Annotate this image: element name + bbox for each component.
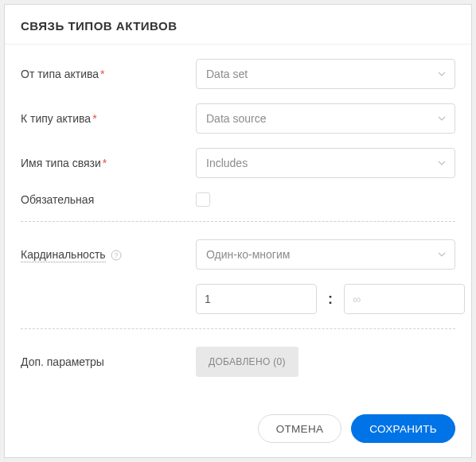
svg-text:?: ? (114, 251, 118, 259)
row-link-name: Имя типа связи* Includes (21, 148, 455, 178)
chevron-down-icon (437, 250, 447, 259)
row-cardinality: Кардинальность ? Один-ко-многим (21, 239, 455, 270)
dialog: СВЯЗЬ ТИПОВ АКТИВОВ От типа актива* Data… (4, 4, 472, 458)
label-cardinality-text: Кардинальность (21, 248, 106, 262)
label-to-type: К типу актива* (21, 112, 196, 125)
cardinality-min-input[interactable] (196, 284, 317, 314)
dialog-footer: ОТМЕНА СОХРАНИТЬ (5, 402, 471, 457)
select-from-type-value: Data set (206, 68, 248, 80)
select-to-type[interactable]: Data source (196, 103, 455, 134)
dialog-body: От типа актива* Data set К типу актива* … (5, 45, 471, 402)
select-from-type[interactable]: Data set (196, 59, 455, 89)
label-from-type: От типа актива* (21, 68, 196, 80)
dialog-header: СВЯЗЬ ТИПОВ АКТИВОВ (5, 5, 471, 45)
label-extra-params-text: Доп. параметры (21, 355, 104, 368)
dialog-title: СВЯЗЬ ТИПОВ АКТИВОВ (21, 19, 455, 33)
label-extra-params: Доп. параметры (21, 355, 196, 368)
cardinality-min-field[interactable] (197, 285, 352, 313)
save-button[interactable]: СОХРАНИТЬ (351, 414, 455, 443)
label-mandatory-text: Обязательная (21, 193, 94, 206)
select-link-name[interactable]: Includes (196, 148, 455, 178)
help-icon[interactable]: ? (111, 250, 122, 261)
row-extra-params: Доп. параметры ДОБАВЛЕНО (0) (21, 347, 455, 377)
label-link-name-text: Имя типа связи (21, 157, 101, 169)
row-from-type: От типа актива* Data set (21, 59, 455, 89)
label-to-type-text: К типу актива (21, 112, 91, 125)
chevron-down-icon (437, 158, 447, 168)
cardinality-max-input[interactable] (344, 284, 465, 314)
select-link-name-value: Includes (206, 157, 248, 169)
required-star-icon: * (92, 112, 96, 125)
label-cardinality: Кардинальность ? (21, 248, 196, 261)
chevron-down-icon (437, 69, 447, 79)
chevron-down-icon (437, 114, 447, 123)
added-button[interactable]: ДОБАВЛЕНО (0) (196, 347, 298, 377)
label-link-name: Имя типа связи* (21, 157, 196, 169)
required-star-icon: * (100, 68, 104, 80)
label-from-type-text: От типа актива (21, 68, 99, 80)
cancel-button[interactable]: ОТМЕНА (258, 414, 342, 443)
select-to-type-value: Data source (206, 112, 266, 125)
required-star-icon: * (103, 157, 107, 169)
row-mandatory: Обязательная (21, 192, 455, 207)
cardinality-max-field[interactable] (345, 285, 471, 313)
select-cardinality[interactable]: Один-ко-многим (196, 239, 455, 270)
separator (21, 221, 455, 222)
select-cardinality-value: Один-ко-многим (206, 248, 290, 261)
row-to-type: К типу актива* Data source (21, 103, 455, 134)
row-cardinality-values: : (21, 284, 455, 314)
checkbox-mandatory[interactable] (196, 192, 210, 207)
cardinality-pair: : (196, 284, 465, 314)
label-mandatory: Обязательная (21, 193, 196, 206)
separator (21, 328, 455, 329)
